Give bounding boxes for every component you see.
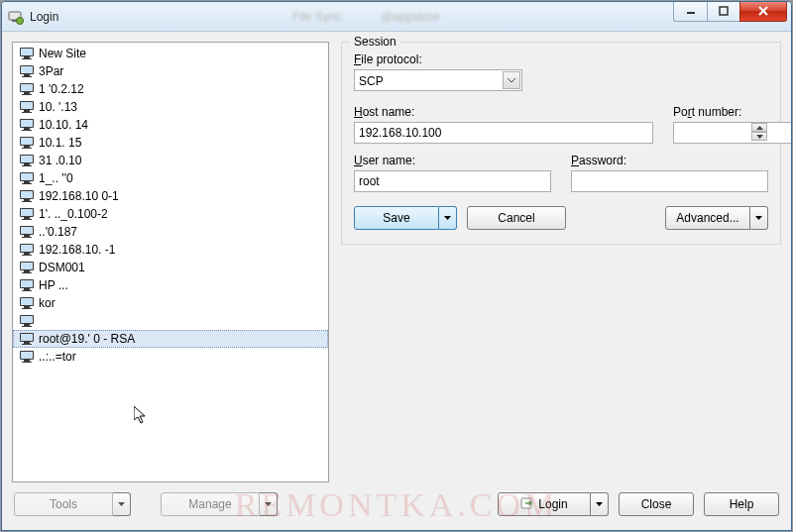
site-list[interactable]: New Site3Par1 '0.2.1210. '.1310.10. 1410… — [12, 42, 329, 482]
site-item[interactable]: 1'. .._0.100-2 — [13, 205, 328, 223]
site-label: 3Par — [39, 64, 63, 78]
svg-rect-60 — [22, 290, 32, 291]
site-label: 31 .0.10 — [39, 154, 81, 167]
login-window: Login File Sync @appstore New Site3Par1 … — [1, 1, 792, 531]
port-up[interactable] — [751, 123, 767, 132]
chevron-down-icon[interactable] — [750, 206, 768, 230]
svg-rect-39 — [24, 199, 30, 201]
help-button[interactable]: Help — [704, 492, 779, 516]
svg-rect-31 — [24, 163, 30, 165]
protocol-label: File protocol: — [354, 53, 522, 66]
chevron-down-icon[interactable] — [503, 71, 520, 89]
svg-rect-71 — [24, 342, 30, 344]
site-label: HP ... — [39, 278, 68, 292]
advanced-button[interactable]: Advanced... — [665, 206, 768, 230]
cancel-button[interactable]: Cancel — [467, 206, 566, 230]
chevron-down-icon[interactable] — [591, 492, 609, 516]
svg-rect-23 — [24, 128, 30, 130]
svg-rect-70 — [21, 334, 33, 341]
protocol-select[interactable]: SCP — [354, 69, 522, 91]
save-button[interactable]: Save — [354, 206, 457, 230]
site-item[interactable]: 192.168.10. -1 — [13, 241, 328, 259]
app-icon — [8, 9, 24, 25]
svg-rect-40 — [22, 201, 32, 202]
site-item[interactable]: 1 '0.2.12 — [13, 80, 328, 98]
svg-rect-62 — [21, 298, 33, 305]
user-input[interactable] — [354, 170, 551, 192]
password-label: Password: — [571, 154, 768, 167]
svg-rect-14 — [21, 84, 33, 91]
svg-rect-36 — [22, 183, 32, 184]
svg-rect-18 — [21, 102, 33, 109]
session-group: Session File protocol: SCP Host name: Po… — [341, 42, 781, 245]
site-label: kor — [39, 296, 56, 310]
site-label: 10. '.13 — [39, 100, 77, 114]
svg-rect-43 — [24, 217, 30, 219]
svg-rect-20 — [22, 112, 32, 113]
svg-rect-16 — [22, 94, 32, 95]
chevron-down-icon[interactable] — [260, 492, 278, 516]
svg-rect-52 — [22, 255, 32, 256]
svg-rect-64 — [22, 308, 32, 309]
site-label: 10.1. 15 — [39, 136, 81, 150]
chevron-down-icon[interactable] — [113, 492, 131, 516]
svg-rect-48 — [22, 237, 32, 238]
svg-rect-46 — [21, 227, 33, 234]
site-item[interactable]: ..'0.187 — [13, 223, 328, 241]
svg-rect-54 — [21, 263, 33, 269]
close-dialog-button[interactable]: Close — [619, 492, 694, 516]
host-input[interactable] — [354, 122, 653, 144]
port-down[interactable] — [751, 132, 767, 141]
site-item[interactable] — [13, 312, 328, 330]
svg-rect-67 — [24, 324, 30, 326]
tools-button[interactable]: Tools — [14, 492, 131, 516]
site-item[interactable]: ..:..=tor — [13, 348, 328, 366]
manage-button[interactable]: Manage — [161, 492, 278, 516]
svg-rect-35 — [24, 181, 30, 183]
user-label: User name: — [354, 154, 551, 167]
svg-rect-6 — [21, 49, 33, 55]
svg-rect-59 — [24, 288, 30, 290]
svg-rect-72 — [22, 344, 32, 345]
minimize-button[interactable] — [673, 1, 707, 22]
svg-rect-74 — [21, 352, 33, 359]
svg-rect-7 — [24, 56, 30, 58]
svg-rect-66 — [21, 316, 33, 323]
chevron-down-icon[interactable] — [439, 206, 457, 230]
site-item[interactable]: 3Par — [13, 62, 328, 80]
close-button[interactable] — [739, 1, 787, 22]
port-input[interactable] — [673, 122, 792, 144]
site-item[interactable]: kor — [13, 294, 328, 312]
svg-rect-30 — [21, 156, 33, 162]
svg-rect-24 — [22, 130, 32, 131]
svg-rect-34 — [21, 173, 33, 180]
svg-rect-28 — [22, 148, 32, 149]
site-label: 192.168.10. -1 — [39, 243, 115, 257]
site-item[interactable]: DSM001 — [13, 259, 328, 276]
site-item[interactable]: 192.168.10 0-1 — [13, 187, 328, 205]
svg-rect-42 — [21, 209, 33, 216]
site-label: New Site — [39, 47, 86, 60]
svg-rect-8 — [22, 58, 32, 59]
login-button[interactable]: Login — [498, 492, 609, 516]
site-label: 1'. .._0.100-2 — [39, 207, 108, 221]
site-item[interactable]: 31 .0.10 — [13, 152, 328, 169]
site-item[interactable]: New Site — [13, 45, 328, 62]
host-label: Host name: — [354, 105, 653, 119]
site-label: ..:..=tor — [39, 350, 76, 364]
svg-rect-47 — [24, 235, 30, 237]
site-item[interactable]: root@19.' 0 - RSA — [13, 330, 328, 348]
site-item[interactable]: 10.1. 15 — [13, 134, 328, 152]
svg-rect-44 — [22, 219, 32, 220]
password-input[interactable] — [571, 170, 768, 192]
site-item[interactable]: 10.10. 14 — [13, 116, 328, 134]
svg-rect-75 — [24, 360, 30, 362]
svg-rect-22 — [21, 120, 33, 127]
site-item[interactable]: 10. '.13 — [13, 98, 328, 116]
site-item[interactable]: HP ... — [13, 276, 328, 294]
svg-rect-32 — [22, 165, 32, 166]
site-item[interactable]: 1_.. ''0 — [13, 169, 328, 187]
port-label: Port number: — [673, 105, 768, 119]
maximize-button[interactable] — [707, 1, 740, 22]
site-label: root@19.' 0 - RSA — [39, 332, 135, 346]
